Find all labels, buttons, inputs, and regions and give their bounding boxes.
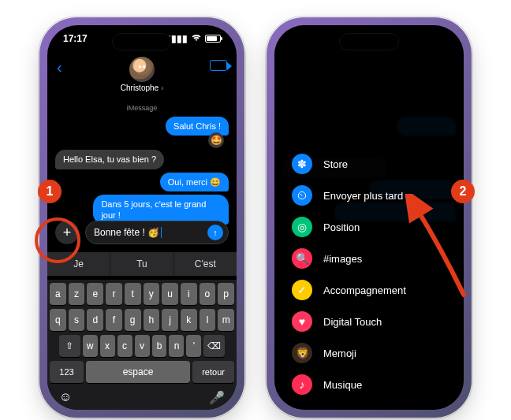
key[interactable]: w xyxy=(83,335,98,357)
key[interactable]: b xyxy=(152,335,167,357)
sheet-item-store[interactable]: ✽ Store xyxy=(274,148,464,180)
key[interactable]: q xyxy=(50,309,66,331)
sheet-item-label: Musique xyxy=(323,379,362,391)
key[interactable]: j xyxy=(162,309,178,331)
return-key[interactable]: retour xyxy=(192,361,234,383)
predictive-word[interactable]: C'est xyxy=(174,252,237,276)
sheet-item-images[interactable]: 🔍 #images xyxy=(274,243,464,274)
keyboard-row: q s d f g h j k l m xyxy=(50,309,234,331)
contact-chevron-icon: › xyxy=(159,84,163,92)
apps-sheet: ✽ Store ⏲ Envoyer plus tard ◎ Position 🔍… xyxy=(274,140,464,410)
wifi-icon xyxy=(191,33,202,44)
service-label: iMessage xyxy=(47,104,237,112)
sheet-item-label: #images xyxy=(323,253,362,265)
dynamic-island xyxy=(112,33,172,50)
sheet-item-music[interactable]: ♪ Musique xyxy=(274,369,464,400)
draft-text: Bonne fête ! 🥳 xyxy=(94,227,159,238)
message-thread[interactable]: Salut Chris ! 🤩 Hello Elsa, tu vas bien … xyxy=(47,113,237,225)
dynamic-island xyxy=(339,33,399,50)
key[interactable]: m xyxy=(218,309,234,331)
key[interactable]: ' xyxy=(186,335,201,357)
key[interactable]: f xyxy=(106,309,122,331)
battery-icon xyxy=(205,35,221,43)
predictive-word[interactable]: Tu xyxy=(110,252,173,276)
annotation-ring xyxy=(35,217,80,263)
check-icon: ✓ xyxy=(292,280,312,300)
numbers-key[interactable]: 123 xyxy=(50,361,84,383)
tapback-reaction[interactable]: 🤩 xyxy=(208,132,224,148)
images-icon: 🔍 xyxy=(292,248,312,269)
message-input[interactable]: Bonne fête ! 🥳 ↑ xyxy=(85,221,229,244)
key[interactable]: o xyxy=(200,283,216,305)
key[interactable]: c xyxy=(117,335,132,357)
key[interactable]: d xyxy=(87,309,103,331)
contact-avatar[interactable] xyxy=(129,57,155,82)
sheet-item-send-later[interactable]: ⏲ Envoyer plus tard xyxy=(274,180,464,211)
key[interactable]: i xyxy=(181,283,197,305)
shift-key[interactable]: ⇧ xyxy=(59,335,80,357)
location-icon: ◎ xyxy=(292,217,312,237)
phone-left: 17:17 ▮▮▮▮ ‹ Christophe › iMessage xyxy=(43,20,241,414)
music-icon: ♪ xyxy=(292,374,312,395)
predictive-bar: Je Tu C'est xyxy=(47,252,237,276)
sheet-item-location[interactable]: ◎ Position xyxy=(274,211,464,243)
key[interactable]: k xyxy=(181,309,197,331)
sheet-item-label: Memoji xyxy=(323,348,356,359)
keyboard-row: ⇧ w x c v b n ' ⌫ xyxy=(50,335,234,357)
phone-right: ✽ Store ⏲ Envoyer plus tard ◎ Position 🔍… xyxy=(270,20,468,414)
emoji-key-icon[interactable]: ☺ xyxy=(59,390,72,405)
heart-icon: ♥ xyxy=(292,311,312,332)
message-sent[interactable]: Oui, merci 😄 xyxy=(160,173,229,191)
key[interactable]: s xyxy=(69,309,85,331)
key[interactable]: v xyxy=(135,335,150,357)
key[interactable]: g xyxy=(125,309,141,331)
sheet-item-label: Accompagnement xyxy=(323,284,406,296)
key[interactable]: a xyxy=(50,283,66,305)
space-key[interactable]: espace xyxy=(86,361,190,383)
send-button[interactable]: ↑ xyxy=(207,225,223,240)
back-chevron-icon[interactable]: ‹ xyxy=(57,58,62,76)
key[interactable]: y xyxy=(144,283,160,305)
key[interactable]: u xyxy=(162,283,178,305)
memoji-icon: 🦁 xyxy=(292,343,312,363)
backspace-key[interactable]: ⌫ xyxy=(203,335,225,357)
text-cursor xyxy=(161,227,162,238)
sheet-item-label: Position xyxy=(323,221,360,233)
keyboard: a z e r t y u i o p q s d f g h xyxy=(47,280,237,410)
sheet-item-label: Store xyxy=(323,158,348,170)
annotation-badge-2: 2 xyxy=(451,180,475,203)
facetime-icon[interactable] xyxy=(210,60,227,71)
key[interactable]: x xyxy=(100,335,115,357)
key[interactable]: r xyxy=(106,283,122,305)
keyboard-row: a z e r t y u i o p xyxy=(50,283,234,305)
annotation-badge-1: 1 xyxy=(38,180,62,203)
sheet-item-audio[interactable]: ✓ Accompagnement xyxy=(274,274,464,306)
message-received[interactable]: Hello Elsa, tu vas bien ? xyxy=(55,150,164,169)
key[interactable]: l xyxy=(200,309,216,331)
sheet-item-label: Envoyer plus tard xyxy=(323,190,403,202)
contact-name[interactable]: Christophe xyxy=(121,84,159,92)
store-icon: ✽ xyxy=(292,154,312,174)
sheet-item-digital-touch[interactable]: ♥ Digital Touch xyxy=(274,306,464,337)
keyboard-row: 123 espace retour xyxy=(50,361,234,383)
sheet-item-memoji[interactable]: 🦁 Memoji xyxy=(274,337,464,369)
key[interactable]: n xyxy=(169,335,184,357)
key[interactable]: z xyxy=(69,283,85,305)
key[interactable]: h xyxy=(144,309,160,331)
chat-header: ‹ Christophe › xyxy=(47,54,237,97)
status-time: 17:17 xyxy=(63,33,88,44)
key[interactable]: p xyxy=(218,283,234,305)
sheet-item-label: Digital Touch xyxy=(323,316,382,328)
clock-icon: ⏲ xyxy=(292,185,312,206)
key[interactable]: e xyxy=(87,283,103,305)
key[interactable]: t xyxy=(125,283,141,305)
dictation-icon[interactable]: 🎤 xyxy=(209,390,225,405)
